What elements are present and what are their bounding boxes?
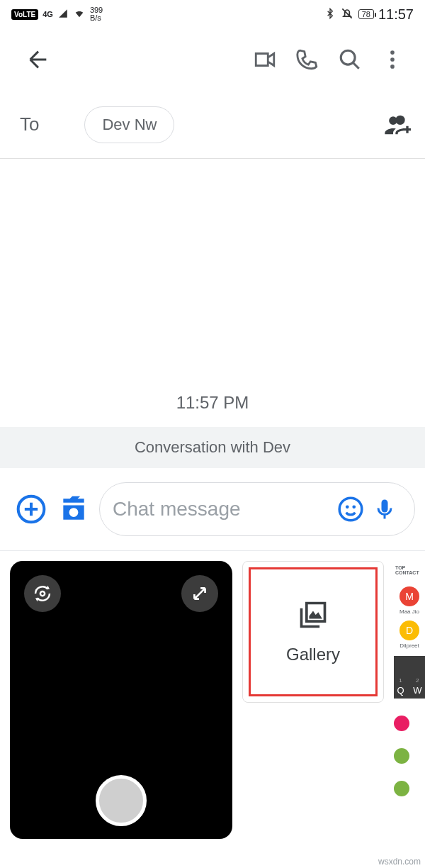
svg-rect-9	[382, 500, 388, 513]
svg-point-6	[339, 498, 362, 521]
svg-point-2	[390, 57, 395, 62]
message-placeholder: Chat message	[113, 498, 334, 521]
conversation-banner: Conversation with Dev	[0, 427, 425, 468]
peek-contact: M Maa Jio	[394, 586, 425, 615]
clock: 11:57	[378, 6, 414, 23]
peek-header: TOP CONTACT	[394, 561, 425, 586]
add-recipient-button[interactable]	[380, 108, 414, 142]
video-call-button[interactable]	[244, 38, 286, 81]
svg-point-3	[390, 65, 395, 69]
svg-point-8	[352, 505, 356, 508]
expand-camera-button[interactable]	[181, 575, 218, 612]
signal-icon	[57, 9, 69, 21]
attachment-strip: Gallery TOP CONTACT M Maa Jio D Dilpreet…	[0, 551, 425, 839]
camera-attach-button[interactable]	[57, 492, 91, 526]
wifi-icon	[73, 9, 86, 21]
svg-point-7	[346, 505, 349, 508]
back-button[interactable]	[17, 38, 60, 81]
svg-point-5	[71, 510, 76, 515]
to-label: To	[20, 113, 39, 135]
shutter-button[interactable]	[96, 775, 147, 826]
status-bar: VoLTE 4G 399B/s 78 11:57	[0, 0, 425, 28]
message-timestamp: 11:57 PM	[0, 159, 425, 427]
camera-preview-tile[interactable]	[10, 561, 232, 839]
svg-point-10	[40, 591, 45, 596]
search-button[interactable]	[329, 38, 371, 81]
network-4g: 4G	[42, 10, 53, 18]
svg-point-0	[341, 50, 355, 65]
recipient-row: To Dev Nw	[0, 91, 425, 159]
gallery-label: Gallery	[286, 645, 340, 664]
emoji-button[interactable]	[334, 492, 368, 526]
watermark: wsxdn.com	[378, 857, 421, 867]
compose-bar: Chat message	[0, 468, 425, 550]
recipient-chip[interactable]: Dev Nw	[84, 106, 174, 143]
svg-point-1	[390, 50, 395, 55]
add-attachment-button[interactable]	[14, 492, 48, 526]
voice-call-button[interactable]	[286, 38, 329, 81]
keyboard-peek: 1Q 2W	[394, 656, 425, 699]
battery-indicator: 78	[358, 9, 374, 19]
volte-badge: VoLTE	[11, 9, 38, 20]
message-input[interactable]: Chat message	[99, 482, 415, 536]
gallery-icon	[298, 599, 329, 633]
bluetooth-icon	[324, 6, 336, 23]
notifications-off-icon	[340, 6, 354, 23]
conversation-area: 11:57 PM	[0, 159, 425, 427]
peek-avatar: M	[400, 586, 419, 606]
voice-input-button[interactable]	[368, 492, 402, 526]
adjacent-screen-peek: TOP CONTACT M Maa Jio D Dilpreet 1Q 2W	[394, 561, 425, 839]
peek-contact: D Dilpreet	[394, 621, 425, 649]
peek-avatar: D	[400, 621, 419, 640]
more-menu-button[interactable]	[371, 38, 414, 81]
switch-camera-button[interactable]	[24, 575, 61, 612]
data-rate: 399B/s	[90, 6, 103, 22]
gallery-tile[interactable]: Gallery	[242, 561, 384, 703]
app-bar	[0, 28, 425, 91]
